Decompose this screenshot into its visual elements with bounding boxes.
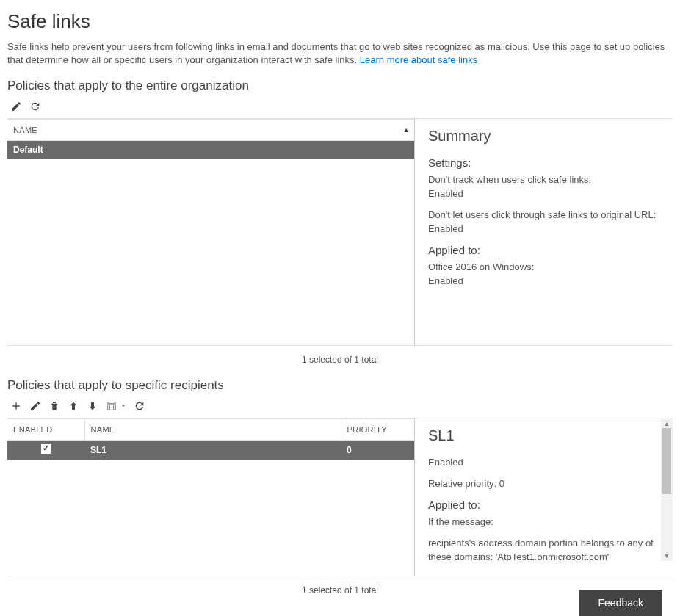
summary-title: Summary bbox=[428, 128, 662, 145]
page-title: Safe links bbox=[7, 10, 673, 33]
recip-policies-heading: Policies that apply to specific recipien… bbox=[7, 378, 673, 393]
applied-to-label: Applied to: bbox=[428, 499, 662, 511]
feedback-button[interactable]: Feedback bbox=[579, 590, 662, 616]
org-policies-heading: Policies that apply to the entire organi… bbox=[7, 79, 673, 93]
move-up-icon[interactable] bbox=[68, 400, 79, 412]
add-icon[interactable] bbox=[10, 400, 22, 412]
edit-icon[interactable] bbox=[10, 101, 22, 112]
applied-value: Enabled bbox=[428, 275, 662, 289]
recip-details-pane: SL1 Enabled Relative priority: 0 Applied… bbox=[415, 418, 673, 561]
scroll-down-icon[interactable]: ▼ bbox=[663, 552, 670, 559]
settings-label: Settings: bbox=[428, 156, 662, 169]
dropdown-caret-icon[interactable] bbox=[120, 403, 126, 409]
learn-more-link[interactable]: Learn more about safe links bbox=[360, 54, 477, 65]
refresh-icon[interactable] bbox=[134, 400, 145, 412]
sort-asc-icon: ▲ bbox=[403, 126, 410, 134]
recip-col-enabled[interactable]: ENABLED bbox=[7, 419, 84, 441]
if-message-label: If the message: bbox=[428, 515, 662, 529]
details-enabled: Enabled bbox=[428, 456, 662, 470]
recip-policies-grid-pane: ENABLED NAME PRIORITY SL1 0 bbox=[7, 418, 415, 576]
details-title: SL1 bbox=[428, 427, 662, 444]
condition-text: recipients's address domain portion belo… bbox=[428, 537, 662, 561]
recip-toolbar bbox=[7, 397, 673, 418]
table-row[interactable]: SL1 0 bbox=[7, 441, 414, 460]
org-policies-table: NAME ▲ Default bbox=[7, 119, 414, 159]
setting-row: Don't track when users click safe links: bbox=[428, 173, 662, 187]
edit-icon[interactable] bbox=[29, 400, 41, 412]
org-policies-grid-pane: NAME ▲ Default bbox=[7, 119, 415, 345]
recip-policies-table: ENABLED NAME PRIORITY SL1 0 bbox=[7, 418, 414, 460]
scroll-up-icon[interactable]: ▲ bbox=[663, 420, 670, 427]
setting-row: Don't let users click through safe links… bbox=[428, 209, 662, 222]
recip-status: 1 selected of 1 total bbox=[7, 576, 673, 606]
refresh-icon[interactable] bbox=[29, 101, 41, 112]
org-summary-pane: Summary Settings: Don't track when users… bbox=[415, 119, 673, 345]
setting-value: Enabled bbox=[428, 187, 662, 201]
org-toolbar bbox=[7, 98, 673, 118]
applied-row: Office 2016 on Windows: bbox=[428, 261, 662, 275]
table-row[interactable]: Default bbox=[7, 141, 414, 159]
applied-to-label: Applied to: bbox=[428, 244, 662, 256]
details-priority: Relative priority: 0 bbox=[428, 477, 662, 491]
move-down-icon[interactable] bbox=[87, 400, 98, 412]
delete-icon[interactable] bbox=[48, 400, 60, 412]
org-col-name[interactable]: NAME ▲ bbox=[7, 120, 414, 141]
recip-col-name[interactable]: NAME bbox=[84, 419, 341, 441]
recip-col-priority[interactable]: PRIORITY bbox=[341, 419, 414, 441]
org-status: 1 selected of 1 total bbox=[7, 346, 673, 375]
setting-value: Enabled bbox=[428, 222, 662, 236]
columns-icon[interactable] bbox=[106, 400, 117, 412]
intro-text: Safe links help prevent your users from … bbox=[7, 40, 673, 67]
checkbox-checked-icon bbox=[41, 444, 51, 454]
scrollbar[interactable]: ▲ ▼ bbox=[661, 418, 673, 561]
scroll-thumb[interactable] bbox=[662, 428, 671, 494]
